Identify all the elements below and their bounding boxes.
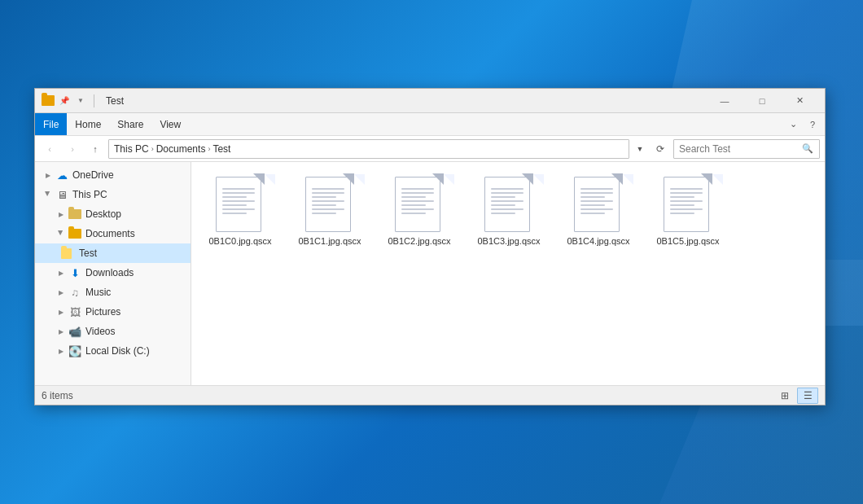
path-thispc: This PC [114,143,149,155]
sidebar-documents-label: Documents [85,228,135,239]
expand-downloads-icon: ▶ [55,266,68,279]
music-icon: ♫ [68,285,82,300]
file-icon-3 [484,173,533,232]
videos-icon: 📹 [68,324,82,339]
path-dropdown-button[interactable]: ▼ [633,139,647,159]
file-icon-5 [664,173,712,232]
title-bar: 📌 ▼ Test — □ ✕ [35,89,825,113]
expand-desktop-icon: ▶ [55,208,68,221]
menu-chevron-button[interactable]: ⌄ [784,116,802,134]
sidebar-downloads-label: Downloads [85,267,134,278]
menu-help-button[interactable]: ? [804,116,821,134]
sidebar-localdisk-label: Local Disk (C:) [85,345,150,357]
menu-home[interactable]: Home [67,113,109,135]
expand-videos-icon: ▶ [55,325,68,338]
expand-pictures-icon: ▶ [55,305,68,318]
sidebar: ▶ ☁ OneDrive ▶ 🖥 This PC ▶ [35,162,191,385]
close-button[interactable]: ✕ [781,89,818,113]
sidebar-item-downloads[interactable]: ▶ ⬇ Downloads [35,263,191,283]
menu-share[interactable]: Share [109,113,151,135]
sidebar-item-videos[interactable]: ▶ 📹 Videos [35,322,191,341]
status-item-count: 6 items [42,390,774,401]
title-pin-icon: 📌 [58,94,71,107]
file-icon-0 [216,173,265,232]
back-button[interactable]: ‹ [40,139,59,159]
onedrive-icon: ☁ [55,168,69,182]
forward-button[interactable]: › [63,139,82,159]
test-folder-icon [61,246,76,261]
file-item-0[interactable]: 0B1C0.jpg.qscx [199,170,281,250]
expand-music-icon: ▶ [55,286,68,299]
file-icon-2 [395,173,444,232]
title-divider [94,94,94,107]
window-title: Test [106,95,706,107]
sidebar-item-onedrive[interactable]: ▶ ☁ OneDrive [35,165,191,185]
path-arrow-1: › [151,145,154,153]
path-documents: Documents [156,143,206,155]
path-test: Test [212,143,230,155]
file-icon-4 [574,173,623,232]
menu-bar-end: ⌄ ? [784,116,821,134]
expand-thispc-icon: ▶ [42,187,55,200]
search-button[interactable]: 🔍 [801,142,814,156]
path-arrow-2: › [208,145,210,153]
details-view-button[interactable]: ⊞ [774,388,795,404]
title-bar-icons: 📌 ▼ [42,94,98,107]
up-button[interactable]: ↑ [85,139,105,159]
sidebar-thispc-label: This PC [72,189,107,200]
refresh-button[interactable]: ⟳ [651,139,670,159]
sidebar-desktop-label: Desktop [85,208,121,220]
menu-view[interactable]: View [151,113,189,135]
expand-documents-icon: ▶ [55,226,68,239]
sidebar-test-label: Test [79,248,97,259]
address-path[interactable]: This PC › Documents › Test [108,139,629,159]
sidebar-item-music[interactable]: ▶ ♫ Music [35,283,191,302]
menu-bar: File Home Share View ⌄ ? [35,113,825,136]
search-box[interactable]: 🔍 [673,139,820,159]
explorer-window: 📌 ▼ Test — □ ✕ File Home Share View ⌄ ? … [34,88,826,405]
status-bar: 6 items ⊞ ☰ [35,385,825,405]
file-name-5: 0B1C5.jpg.qscx [656,235,719,247]
sidebar-music-label: Music [85,287,111,298]
file-name-2: 0B1C2.jpg.qscx [388,235,450,247]
localdisk-icon: 💽 [68,344,82,358]
thispc-icon: 🖥 [55,187,69,202]
address-bar: ‹ › ↑ This PC › Documents › Test ▼ ⟳ 🔍 [35,136,825,162]
main-content: ▶ ☁ OneDrive ▶ 🖥 This PC ▶ [35,162,825,385]
file-name-3: 0B1C3.jpg.qscx [477,235,540,247]
sidebar-item-pictures[interactable]: ▶ 🖼 Pictures [35,302,191,322]
desktop-folder-icon [68,207,82,221]
sidebar-item-localdisk[interactable]: ▶ 💽 Local Disk (C:) [35,341,191,361]
sidebar-videos-label: Videos [85,326,115,337]
sidebar-item-documents[interactable]: ▶ Documents [35,224,191,243]
title-arrow-icon: ▼ [74,94,87,107]
search-input[interactable] [679,143,801,155]
sidebar-scroll[interactable]: ▶ ☁ OneDrive ▶ 🖥 This PC ▶ [35,162,191,385]
sidebar-onedrive-label: OneDrive [72,169,114,181]
sidebar-item-thispc[interactable]: ▶ 🖥 This PC [35,185,191,204]
sidebar-item-test[interactable]: Test [35,243,191,263]
file-item-5[interactable]: 0B1C5.jpg.qscx [647,170,729,250]
sidebar-pictures-label: Pictures [85,306,120,318]
large-icons-view-button[interactable]: ☰ [797,388,818,404]
file-item-2[interactable]: 0B1C2.jpg.qscx [379,170,460,250]
file-item-4[interactable]: 0B1C4.jpg.qscx [558,170,639,250]
file-name-1: 0B1C1.jpg.qscx [298,235,361,247]
file-area: 0B1C0.jpg.qscx [191,162,825,385]
minimize-button[interactable]: — [706,89,743,113]
file-name-4: 0B1C4.jpg.qscx [567,235,629,247]
documents-folder-icon [68,226,82,241]
expand-onedrive-icon: ▶ [42,169,55,182]
file-icon-1 [305,173,354,232]
file-name-0: 0B1C0.jpg.qscx [208,235,271,247]
file-item-1[interactable]: 0B1C1.jpg.qscx [289,170,370,250]
file-item-3[interactable]: 0B1C3.jpg.qscx [468,170,550,250]
pictures-icon: 🖼 [68,305,82,319]
downloads-icon: ⬇ [68,265,82,280]
expand-localdisk-icon: ▶ [55,344,68,357]
maximize-button[interactable]: □ [743,89,781,113]
title-folder-icon [42,95,55,106]
menu-file[interactable]: File [35,113,67,135]
sidebar-item-desktop[interactable]: ▶ Desktop [35,204,191,224]
title-controls: — □ ✕ [706,89,818,113]
